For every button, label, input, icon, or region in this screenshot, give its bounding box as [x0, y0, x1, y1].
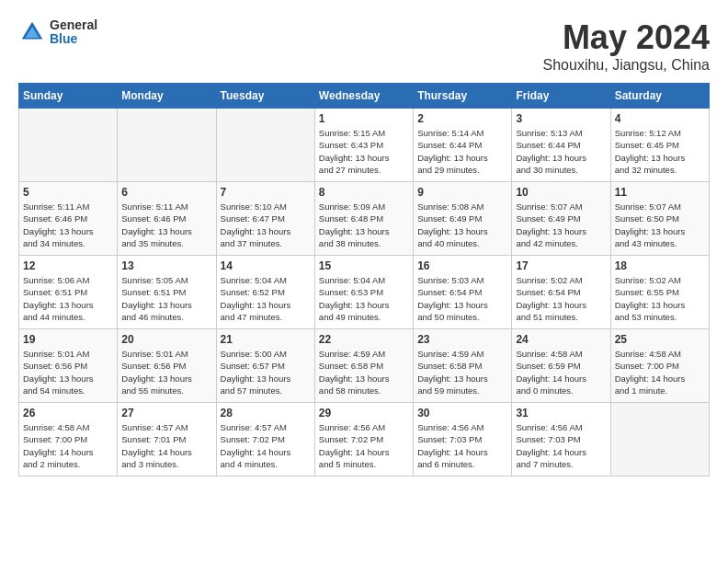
calendar-cell: 29Sunrise: 4:56 AMSunset: 7:02 PMDayligh…	[314, 403, 413, 477]
calendar-header: Sunday Monday Tuesday Wednesday Thursday…	[19, 84, 710, 109]
day-number: 12	[23, 259, 113, 272]
weekday-friday: Friday	[512, 84, 610, 109]
calendar-cell: 1Sunrise: 5:15 AMSunset: 6:43 PMDaylight…	[314, 109, 413, 182]
day-number: 15	[319, 259, 409, 272]
calendar-cell: 27Sunrise: 4:57 AMSunset: 7:01 PMDayligh…	[118, 403, 216, 477]
calendar-cell: 26Sunrise: 4:58 AMSunset: 7:00 PMDayligh…	[19, 403, 118, 477]
calendar-subtitle: Shouxihu, Jiangsu, China	[543, 57, 710, 74]
day-info: Sunrise: 5:01 AMSunset: 6:56 PMDaylight:…	[121, 348, 211, 396]
day-number: 4	[615, 112, 705, 125]
calendar-week-0: 1Sunrise: 5:15 AMSunset: 6:43 PMDaylight…	[19, 109, 710, 182]
calendar-cell: 16Sunrise: 5:03 AMSunset: 6:54 PMDayligh…	[414, 256, 512, 329]
calendar-cell: 17Sunrise: 5:02 AMSunset: 6:54 PMDayligh…	[512, 256, 610, 329]
day-number: 1	[319, 112, 409, 125]
calendar-cell: 10Sunrise: 5:07 AMSunset: 6:49 PMDayligh…	[512, 182, 610, 256]
weekday-row: Sunday Monday Tuesday Wednesday Thursday…	[19, 84, 710, 109]
calendar-cell: 30Sunrise: 4:56 AMSunset: 7:03 PMDayligh…	[414, 403, 512, 477]
logo-general: General	[50, 18, 97, 32]
calendar-cell: 6Sunrise: 5:11 AMSunset: 6:46 PMDaylight…	[118, 182, 216, 256]
day-info: Sunrise: 5:06 AMSunset: 6:51 PMDaylight:…	[23, 274, 113, 323]
day-number: 5	[23, 186, 113, 199]
weekday-thursday: Thursday	[414, 84, 512, 109]
day-number: 23	[417, 333, 507, 346]
day-number: 29	[319, 407, 409, 419]
day-number: 28	[221, 407, 311, 419]
day-number: 16	[417, 259, 507, 272]
day-number: 6	[121, 186, 211, 199]
day-info: Sunrise: 5:13 AMSunset: 6:44 PMDaylight:…	[516, 127, 606, 176]
logo-icon	[18, 18, 46, 46]
day-number: 19	[23, 333, 113, 346]
calendar-cell: 7Sunrise: 5:10 AMSunset: 6:47 PMDaylight…	[216, 182, 314, 256]
day-info: Sunrise: 5:15 AMSunset: 6:43 PMDaylight:…	[319, 127, 409, 176]
day-info: Sunrise: 5:12 AMSunset: 6:45 PMDaylight:…	[615, 127, 705, 176]
day-info: Sunrise: 5:05 AMSunset: 6:51 PMDaylight:…	[121, 274, 211, 323]
calendar-body: 1Sunrise: 5:15 AMSunset: 6:43 PMDaylight…	[19, 109, 710, 477]
day-number: 30	[417, 407, 507, 419]
page-header: General Blue May 2024 Shouxihu, Jiangsu,…	[18, 18, 710, 74]
calendar-week-3: 19Sunrise: 5:01 AMSunset: 6:56 PMDayligh…	[19, 329, 710, 403]
day-info: Sunrise: 5:09 AMSunset: 6:48 PMDaylight:…	[319, 201, 409, 249]
day-number: 13	[121, 259, 211, 272]
weekday-sunday: Sunday	[19, 84, 118, 109]
calendar-cell: 28Sunrise: 4:57 AMSunset: 7:02 PMDayligh…	[216, 403, 314, 477]
weekday-monday: Monday	[118, 84, 216, 109]
calendar-cell: 2Sunrise: 5:14 AMSunset: 6:44 PMDaylight…	[414, 109, 512, 182]
calendar-week-4: 26Sunrise: 4:58 AMSunset: 7:00 PMDayligh…	[19, 403, 710, 477]
day-number: 25	[615, 333, 705, 346]
calendar-cell: 31Sunrise: 4:56 AMSunset: 7:03 PMDayligh…	[512, 403, 610, 477]
logo: General Blue	[18, 18, 97, 47]
day-number: 24	[516, 333, 606, 346]
day-info: Sunrise: 4:59 AMSunset: 6:58 PMDaylight:…	[319, 348, 409, 396]
calendar-cell: 11Sunrise: 5:07 AMSunset: 6:50 PMDayligh…	[610, 182, 709, 256]
day-info: Sunrise: 5:08 AMSunset: 6:49 PMDaylight:…	[417, 201, 507, 249]
day-info: Sunrise: 4:56 AMSunset: 7:03 PMDaylight:…	[516, 421, 606, 470]
title-block: May 2024 Shouxihu, Jiangsu, China	[543, 18, 710, 74]
calendar-cell: 8Sunrise: 5:09 AMSunset: 6:48 PMDaylight…	[314, 182, 413, 256]
day-info: Sunrise: 5:10 AMSunset: 6:47 PMDaylight:…	[221, 201, 311, 249]
day-info: Sunrise: 5:04 AMSunset: 6:52 PMDaylight:…	[221, 274, 311, 323]
day-number: 20	[121, 333, 211, 346]
day-number: 10	[516, 186, 606, 199]
calendar-cell: 12Sunrise: 5:06 AMSunset: 6:51 PMDayligh…	[19, 256, 118, 329]
day-number: 21	[221, 333, 311, 346]
day-number: 8	[319, 186, 409, 199]
calendar-cell: 24Sunrise: 4:58 AMSunset: 6:59 PMDayligh…	[512, 329, 610, 403]
calendar-cell: 5Sunrise: 5:11 AMSunset: 6:46 PMDaylight…	[19, 182, 118, 256]
day-number: 22	[319, 333, 409, 346]
day-number: 27	[121, 407, 211, 419]
calendar-cell: 13Sunrise: 5:05 AMSunset: 6:51 PMDayligh…	[118, 256, 216, 329]
calendar-cell	[610, 403, 709, 477]
calendar-cell: 9Sunrise: 5:08 AMSunset: 6:49 PMDaylight…	[414, 182, 512, 256]
calendar-week-1: 5Sunrise: 5:11 AMSunset: 6:46 PMDaylight…	[19, 182, 710, 256]
day-number: 3	[516, 112, 606, 125]
day-info: Sunrise: 5:02 AMSunset: 6:54 PMDaylight:…	[516, 274, 606, 323]
day-info: Sunrise: 4:57 AMSunset: 7:02 PMDaylight:…	[221, 421, 311, 470]
weekday-tuesday: Tuesday	[216, 84, 314, 109]
day-info: Sunrise: 5:01 AMSunset: 6:56 PMDaylight:…	[23, 348, 113, 396]
day-number: 7	[221, 186, 311, 199]
day-info: Sunrise: 4:56 AMSunset: 7:03 PMDaylight:…	[417, 421, 507, 470]
day-info: Sunrise: 4:57 AMSunset: 7:01 PMDaylight:…	[121, 421, 211, 470]
day-info: Sunrise: 5:11 AMSunset: 6:46 PMDaylight:…	[23, 201, 113, 249]
calendar-week-2: 12Sunrise: 5:06 AMSunset: 6:51 PMDayligh…	[19, 256, 710, 329]
weekday-wednesday: Wednesday	[314, 84, 413, 109]
logo-blue: Blue	[50, 32, 97, 46]
calendar-cell: 23Sunrise: 4:59 AMSunset: 6:58 PMDayligh…	[414, 329, 512, 403]
calendar-cell: 20Sunrise: 5:01 AMSunset: 6:56 PMDayligh…	[118, 329, 216, 403]
calendar-cell: 25Sunrise: 4:58 AMSunset: 7:00 PMDayligh…	[610, 329, 709, 403]
calendar-cell	[118, 109, 216, 182]
day-info: Sunrise: 4:56 AMSunset: 7:02 PMDaylight:…	[319, 421, 409, 470]
calendar-cell: 4Sunrise: 5:12 AMSunset: 6:45 PMDaylight…	[610, 109, 709, 182]
calendar-cell: 18Sunrise: 5:02 AMSunset: 6:55 PMDayligh…	[610, 256, 709, 329]
weekday-saturday: Saturday	[610, 84, 709, 109]
day-info: Sunrise: 5:03 AMSunset: 6:54 PMDaylight:…	[417, 274, 507, 323]
day-number: 14	[221, 259, 311, 272]
day-info: Sunrise: 4:58 AMSunset: 6:59 PMDaylight:…	[516, 348, 606, 396]
day-info: Sunrise: 4:59 AMSunset: 6:58 PMDaylight:…	[417, 348, 507, 396]
calendar-cell: 21Sunrise: 5:00 AMSunset: 6:57 PMDayligh…	[216, 329, 314, 403]
calendar-title: May 2024	[543, 18, 710, 57]
day-info: Sunrise: 5:02 AMSunset: 6:55 PMDaylight:…	[615, 274, 705, 323]
calendar-cell: 19Sunrise: 5:01 AMSunset: 6:56 PMDayligh…	[19, 329, 118, 403]
calendar-cell: 14Sunrise: 5:04 AMSunset: 6:52 PMDayligh…	[216, 256, 314, 329]
